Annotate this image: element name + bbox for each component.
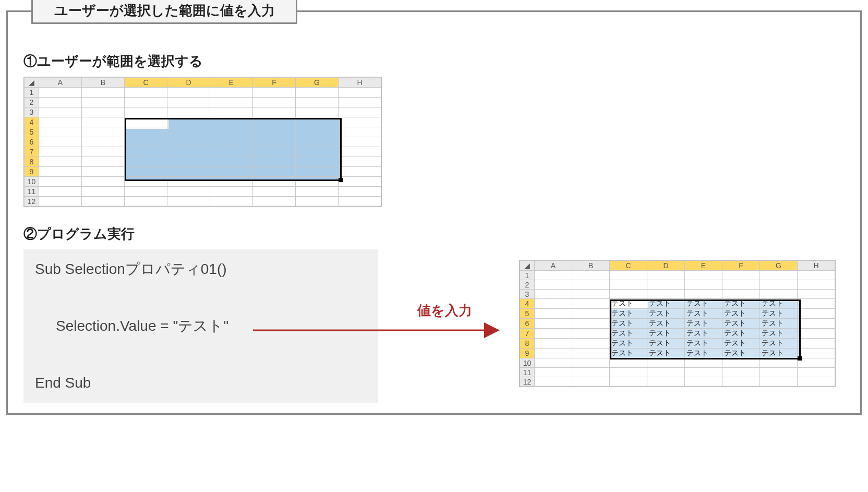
cell-F8[interactable] [253,157,296,167]
cell-E6[interactable] [210,137,253,147]
cell-F9[interactable]: テスト [722,349,760,358]
row-header-8[interactable]: 8 [25,157,39,167]
col-header-F[interactable]: F [722,261,760,271]
cell-H10[interactable] [798,358,835,368]
cell-E5[interactable] [210,127,253,137]
cell-E6[interactable]: テスト [685,319,722,329]
col-header-C[interactable]: C [610,261,647,271]
cell-E5[interactable]: テスト [685,309,722,319]
cell-A6[interactable] [535,319,572,329]
cell-B8[interactable] [572,339,610,349]
cell-H3[interactable] [798,290,835,299]
cell-G6[interactable]: テスト [760,319,798,329]
cell-D1[interactable] [167,88,210,98]
cell-A5[interactable] [39,127,82,137]
col-header-B[interactable]: B [572,261,610,271]
cell-G5[interactable]: テスト [760,309,798,319]
cell-A11[interactable] [39,187,82,197]
cell-G10[interactable] [760,358,798,368]
cell-F2[interactable] [253,98,296,107]
cell-A11[interactable] [535,368,572,377]
row-header-11[interactable]: 11 [520,368,535,377]
cell-A1[interactable] [39,88,82,98]
cell-D4[interactable]: テスト [647,299,685,309]
cell-G9[interactable]: テスト [760,349,798,358]
cell-F4[interactable] [253,117,296,127]
cell-A4[interactable] [535,299,572,309]
cell-G2[interactable] [760,280,798,290]
cell-D6[interactable]: テスト [647,319,685,329]
col-header-G[interactable]: G [296,78,339,88]
cell-H9[interactable] [339,167,381,177]
cell-G8[interactable]: テスト [760,339,798,349]
cell-H11[interactable] [798,368,835,377]
cell-H11[interactable] [339,187,381,197]
cell-G7[interactable]: テスト [760,329,798,339]
cell-F7[interactable]: テスト [722,329,760,339]
cell-H12[interactable] [798,377,835,387]
cell-H2[interactable] [798,280,835,290]
cell-B7[interactable] [572,329,610,339]
cell-H12[interactable] [339,197,381,207]
cell-E4[interactable] [210,117,253,127]
row-header-12[interactable]: 12 [25,197,39,207]
cell-D6[interactable] [167,137,210,147]
cell-B11[interactable] [572,368,610,377]
cell-B6[interactable] [572,319,610,329]
cell-C7[interactable] [125,147,167,157]
cell-D2[interactable] [647,280,685,290]
cell-F8[interactable]: テスト [722,339,760,349]
cell-F5[interactable]: テスト [722,309,760,319]
cell-C5[interactable]: テスト [610,309,647,319]
cell-F1[interactable] [722,271,760,280]
row-header-3[interactable]: 3 [520,290,535,299]
row-header-6[interactable]: 6 [25,137,39,147]
cell-C9[interactable] [125,167,167,177]
row-header-1[interactable]: 1 [520,271,535,280]
cell-G1[interactable] [296,88,339,98]
row-header-5[interactable]: 5 [520,309,535,319]
cell-C2[interactable] [125,98,167,107]
cell-F3[interactable] [253,107,296,117]
cell-C1[interactable] [610,271,647,280]
cell-B2[interactable] [82,98,125,107]
cell-A12[interactable] [535,377,572,387]
cell-A12[interactable] [39,197,82,207]
cell-D7[interactable]: テスト [647,329,685,339]
cell-G3[interactable] [296,107,339,117]
cell-B9[interactable] [572,349,610,358]
cell-D10[interactable] [647,358,685,368]
cell-E7[interactable] [210,147,253,157]
cell-C1[interactable] [125,88,167,98]
cell-C6[interactable]: テスト [610,319,647,329]
cell-H3[interactable] [339,107,381,117]
row-header-6[interactable]: 6 [520,319,535,329]
row-header-9[interactable]: 9 [520,349,535,358]
cell-D3[interactable] [167,107,210,117]
cell-A3[interactable] [39,107,82,117]
cell-A5[interactable] [535,309,572,319]
cell-F5[interactable] [253,127,296,137]
col-header-G[interactable]: G [760,261,798,271]
cell-F11[interactable] [722,368,760,377]
cell-D7[interactable] [167,147,210,157]
row-header-8[interactable]: 8 [520,339,535,349]
row-header-10[interactable]: 10 [520,358,535,368]
cell-F12[interactable] [253,197,296,207]
cell-C10[interactable] [125,177,167,187]
cell-F10[interactable] [253,177,296,187]
row-header-5[interactable]: 5 [25,127,39,137]
col-header-B[interactable]: B [82,78,125,88]
cell-H6[interactable] [339,137,381,147]
cell-E11[interactable] [210,187,253,197]
cell-F4[interactable]: テスト [722,299,760,309]
cell-D3[interactable] [647,290,685,299]
cell-C11[interactable] [610,368,647,377]
row-header-2[interactable]: 2 [25,98,39,107]
row-header-3[interactable]: 3 [25,107,39,117]
cell-H1[interactable] [339,88,381,98]
cell-E1[interactable] [210,88,253,98]
cell-G12[interactable] [760,377,798,387]
cell-D2[interactable] [167,98,210,107]
cell-F3[interactable] [722,290,760,299]
